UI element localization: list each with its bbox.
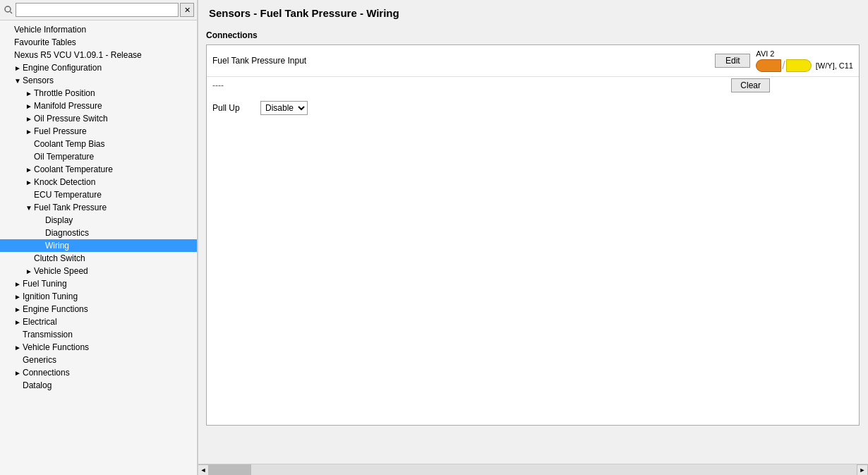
sidebar-item-coolant-temperature[interactable]: Coolant Temperature (0, 163, 197, 176)
arrow-collapsed (14, 293, 23, 301)
sidebar-tree: Vehicle InformationFavourite TablesNexus… (0, 20, 197, 475)
arrow-collapsed (25, 166, 34, 174)
sidebar-item-label: Fuel Tuning (23, 279, 67, 289)
sidebar-item-label: Fuel Pressure (34, 126, 87, 136)
sidebar-item-label: Coolant Temp Bias (34, 139, 105, 149)
arrow-collapsed (25, 90, 34, 97)
horizontal-scrollbar[interactable]: ◄ ► (198, 464, 868, 475)
scroll-left-arrow[interactable]: ◄ (198, 464, 209, 476)
sidebar: ✕ Vehicle InformationFavourite TablesNex… (0, 0, 198, 475)
search-clear-button[interactable]: ✕ (180, 3, 194, 17)
pull-up-dropdown[interactable]: DisableEnable (261, 102, 307, 114)
sidebar-item-transmission[interactable]: Transmission (0, 328, 197, 341)
sidebar-item-label: ECU Temperature (34, 190, 102, 200)
slash-divider: / (782, 60, 785, 71)
sidebar-item-vehicle-functions[interactable]: Vehicle Functions (0, 341, 197, 354)
sidebar-item-label: Nexus R5 VCU V1.09.1 - Release (14, 50, 142, 60)
pin-yellow (786, 59, 812, 72)
scroll-thumb[interactable] (209, 464, 251, 475)
connections-section-label: Connections (206, 25, 860, 44)
arrow-expanded (14, 77, 23, 85)
arrow-collapsed (14, 369, 23, 377)
sidebar-item-oil-pressure-switch[interactable]: Oil Pressure Switch (0, 112, 197, 125)
sidebar-item-label: Oil Pressure Switch (34, 114, 108, 124)
arrow-collapsed (14, 344, 23, 351)
edit-button[interactable]: Edit (715, 54, 750, 68)
sidebar-item-coolant-temp-bias[interactable]: Coolant Temp Bias (0, 138, 197, 150)
sidebar-item-engine-configuration[interactable]: Engine Configuration (0, 61, 197, 74)
sidebar-item-label: Datalog (23, 380, 52, 390)
sidebar-item-vehicle-speed[interactable]: Vehicle Speed (0, 265, 197, 277)
sidebar-item-label: Transmission (23, 330, 73, 339)
connector-group: AVI 2 / [W/Y], C11 (756, 49, 853, 72)
pull-up-row: Pull Up DisableEnable (207, 97, 859, 119)
arrow-collapsed (25, 267, 34, 275)
content-area: Connections Fuel Tank Pressure Input Edi… (198, 25, 868, 464)
search-input[interactable] (16, 3, 179, 17)
pull-up-label: Pull Up (212, 103, 255, 113)
sidebar-item-nexus-r5[interactable]: Nexus R5 VCU V1.09.1 - Release (0, 49, 197, 61)
sidebar-item-manifold-pressure[interactable]: Manifold Pressure (0, 100, 197, 112)
arrow-collapsed (14, 280, 23, 288)
sidebar-item-label: Generics (23, 355, 56, 365)
sidebar-item-label: Clutch Switch (34, 253, 85, 263)
sidebar-item-label: Vehicle Information (14, 25, 86, 35)
sidebar-item-sensors[interactable]: Sensors (0, 74, 197, 87)
page-title: Sensors - Fuel Tank Pressure - Wiring (198, 0, 868, 25)
main-panel: Sensors - Fuel Tank Pressure - Wiring Co… (198, 0, 868, 475)
sidebar-item-label: Manifold Pressure (34, 101, 102, 111)
sidebar-item-generics[interactable]: Generics (0, 354, 197, 366)
sidebar-item-ecu-temperature[interactable]: ECU Temperature (0, 188, 197, 201)
search-icon (3, 3, 14, 17)
search-bar: ✕ (0, 0, 197, 20)
sidebar-item-ignition-tuning[interactable]: Ignition Tuning (0, 290, 197, 303)
sidebar-item-label: Fuel Tank Pressure (34, 203, 107, 212)
sidebar-item-fuel-tank-pressure[interactable]: Fuel Tank Pressure (0, 201, 197, 214)
sidebar-item-oil-temperature[interactable]: Oil Temperature (0, 150, 197, 163)
scroll-right-arrow[interactable]: ► (857, 464, 868, 476)
sidebar-item-vehicle-information[interactable]: Vehicle Information (0, 23, 197, 36)
pull-up-select-wrapper[interactable]: DisableEnable (260, 101, 308, 115)
sidebar-item-knock-detection[interactable]: Knock Detection (0, 176, 197, 188)
sidebar-item-fuel-tank-display[interactable]: Display (0, 214, 197, 227)
connections-box: Fuel Tank Pressure Input Edit AVI 2 / [W… (206, 44, 860, 426)
avi-label: AVI 2 (756, 49, 774, 58)
sidebar-item-label: Coolant Temperature (34, 164, 113, 174)
arrow-collapsed (14, 306, 23, 313)
sidebar-item-label: Vehicle Speed (34, 266, 88, 276)
sidebar-item-label: Display (45, 215, 73, 225)
sidebar-item-favourite-tables[interactable]: Favourite Tables (0, 36, 197, 49)
sidebar-item-engine-functions[interactable]: Engine Functions (0, 303, 197, 315)
arrow-collapsed (25, 179, 34, 186)
sidebar-item-fuel-tank-diagnostics[interactable]: Diagnostics (0, 227, 197, 239)
pin-orange (756, 59, 781, 72)
arrow-collapsed (25, 115, 34, 123)
sidebar-item-label: Diagnostics (45, 228, 89, 238)
sidebar-item-fuel-tank-wiring[interactable]: Wiring (0, 239, 197, 252)
sidebar-item-fuel-pressure[interactable]: Fuel Pressure (0, 125, 197, 138)
clear-button[interactable]: Clear (731, 78, 770, 92)
sidebar-item-fuel-tuning[interactable]: Fuel Tuning (0, 277, 197, 290)
sidebar-item-label: Connections (23, 368, 70, 378)
sidebar-item-connections[interactable]: Connections (0, 366, 197, 379)
scroll-track[interactable] (209, 464, 857, 475)
sidebar-item-throttle-position[interactable]: Throttle Position (0, 87, 197, 100)
arrow-collapsed (25, 102, 34, 110)
sidebar-item-clutch-switch[interactable]: Clutch Switch (0, 252, 197, 265)
arrow-expanded (25, 204, 34, 212)
sidebar-item-label: Vehicle Functions (23, 342, 89, 352)
sidebar-item-datalog[interactable]: Datalog (0, 379, 197, 392)
wire-label: [W/Y], C11 (816, 61, 853, 70)
sidebar-item-electrical[interactable]: Electrical (0, 315, 197, 328)
fuel-tank-pressure-input-row: Fuel Tank Pressure Input Edit AVI 2 / [W… (207, 45, 859, 77)
sidebar-item-label: Throttle Position (34, 88, 95, 98)
sidebar-item-label: Engine Configuration (23, 63, 102, 73)
sidebar-item-label: Wiring (45, 241, 69, 251)
sidebar-item-label: Ignition Tuning (23, 291, 78, 301)
arrow-collapsed (25, 128, 34, 136)
svg-line-1 (11, 12, 13, 14)
sidebar-item-label: Favourite Tables (14, 37, 76, 47)
arrow-collapsed (14, 64, 23, 72)
sidebar-item-label: Electrical (23, 317, 57, 327)
sidebar-scrollbar[interactable] (198, 0, 198, 475)
